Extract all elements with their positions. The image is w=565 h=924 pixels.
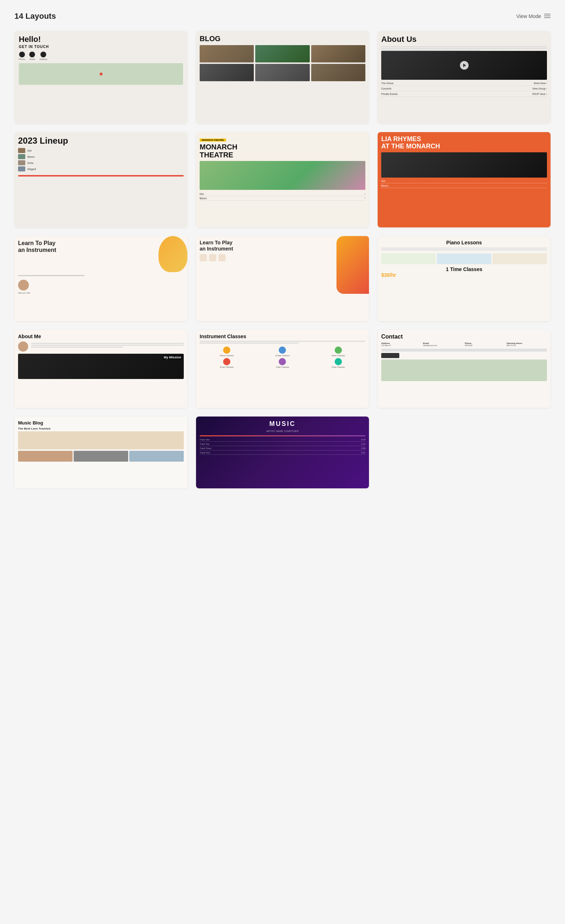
preview-landing-rows: Divi Bloom: [381, 180, 547, 188]
teacher-photo: [18, 280, 29, 291]
card-music-venue-blog[interactable]: BLOG Music Venue Blog Page Layout: [196, 31, 369, 123]
preview-text-lines: [381, 46, 547, 51]
preview-classes-title: Instrument Classes: [200, 333, 365, 339]
preview-home-badge: MONARCH THEATRE: [200, 139, 226, 141]
preview-blog-grid: [200, 45, 365, 81]
event-thumb-2: [18, 154, 25, 159]
class-icon-5: [279, 358, 286, 365]
blog-image-5: [255, 64, 310, 81]
class-icon-4: [223, 358, 230, 365]
card-music-teacher-classes[interactable]: Instrument Classes Piano Classes Guitar …: [196, 330, 369, 408]
card-preview: About Me My Mission: [14, 330, 187, 408]
address-icon: [41, 52, 46, 57]
class-icon-6: [335, 358, 342, 365]
card-music-venue-home[interactable]: MONARCH THEATRE MONARCHTHEATRE Divi› Blo…: [196, 132, 369, 227]
card-music-teacher-about[interactable]: About Me My Mission Music Teacher About …: [14, 330, 187, 408]
card-preview: LIA RHYMESAT THE MONARCH Divi Bloom: [378, 132, 551, 227]
class-icon-1: [223, 346, 230, 354]
card-music-teacher-contact[interactable]: Contact Address 123 Main St Email hello@…: [378, 330, 551, 408]
view-mode-button[interactable]: View Mode: [516, 14, 551, 19]
preview-teacher-landing-text: Learn To Playan Instrument: [200, 240, 365, 252]
blog-image-6: [311, 64, 365, 81]
phone-icon: [19, 52, 25, 57]
blog-thumb-2: [74, 451, 128, 462]
blog-image-4: [200, 64, 254, 81]
icon-1: [200, 254, 207, 261]
blog-thumb-3: [129, 451, 184, 462]
preview-price-value: $30/hr: [381, 272, 547, 278]
class-item-3: Violin Classes: [311, 346, 365, 357]
preview-about-rows: The VenueBook Now › ConcertsView Group ›…: [381, 82, 547, 97]
preview-home-image: [200, 161, 365, 190]
event-thumb-4: [18, 166, 25, 171]
preview-text-lines: [18, 275, 184, 276]
class-label-3: Violin Classes: [331, 354, 345, 357]
layouts-grid: Hello! GET IN TOUCH Phone Email Address: [14, 31, 551, 488]
preview-price-label: 1 Time Classes: [381, 266, 547, 272]
card-music-teacher-home[interactable]: Learn To Playan Instrument About Me Musi…: [14, 236, 187, 321]
view-mode-label: View Mode: [516, 14, 541, 19]
card-music-teacher-class[interactable]: Piano Lessons 1 Time Classes $30/hr Musi…: [378, 236, 551, 321]
contact-form-line: [381, 349, 547, 351]
class-item-4: Drum Classes: [200, 358, 254, 368]
card-preview: Learn To Playan Instrument: [196, 236, 369, 321]
preview-blog-title: BLOG: [200, 34, 365, 43]
card-dj-music[interactable]: MUSIC ARTIST NAME COMPOSER Track One3:24…: [196, 417, 369, 488]
preview-landing-image: [381, 152, 547, 178]
preview-phone-box: Phone: [19, 52, 25, 60]
preview-map: [19, 63, 183, 85]
card-preview: Instrument Classes Piano Classes Guitar …: [196, 330, 369, 408]
about-image-container: My Mission: [18, 354, 184, 379]
class-label-1: Piano Classes: [220, 354, 234, 357]
contact-col-4: Opening Hours Mon-Fri 9-5: [506, 342, 547, 346]
class-box-1: [381, 254, 436, 264]
email-icon: [29, 52, 35, 57]
preview-icons: [200, 254, 365, 261]
card-music-venue-contact[interactable]: Hello! GET IN TOUCH Phone Email Address: [14, 31, 187, 123]
class-label-4: Drum Classes: [220, 366, 234, 368]
blog-grid: [18, 451, 184, 462]
preview-events-rows: Divi Bloom Extra Elegant: [18, 148, 184, 171]
play-icon: [460, 61, 469, 70]
preview-landing-title: LIA RHYMESAT THE MONARCH: [381, 136, 547, 150]
event-thumb-3: [18, 160, 25, 165]
page-header: 14 Layouts View Mode: [14, 12, 551, 21]
card-preview: Music Blog The Best Lens Traveled: [14, 417, 187, 488]
event-thumb-1: [18, 148, 25, 153]
card-music-venue-about[interactable]: About Us The VenueBook Now › ConcertsVie…: [378, 31, 551, 123]
preview-events-bar: [18, 175, 184, 177]
card-music-venue-events[interactable]: 2023 Lineup Divi Bloom Extra Elegant: [14, 132, 187, 227]
preview-dj-rows: Track One3:24 Track Two4:12 Track Three2…: [200, 438, 365, 455]
icon-2: [209, 254, 216, 261]
preview-classes-grid: Piano Classes Guitar Classes Violin Clas…: [200, 346, 365, 368]
about-me-label: About Me: [18, 291, 184, 294]
card-music-teacher-blog[interactable]: Music Blog The Best Lens Traveled Music …: [14, 417, 187, 488]
mission-label: My Mission: [162, 355, 182, 360]
blog-featured-title: The Best Lens Traveled: [18, 427, 184, 430]
card-music-venue-landing[interactable]: LIA RHYMESAT THE MONARCH Divi Bloom Musi…: [378, 132, 551, 227]
blog-image-3: [311, 45, 365, 63]
preview-address-box: Address: [39, 52, 47, 60]
preview-headline: Hello!: [19, 35, 183, 44]
preview-subheadline: GET IN TOUCH: [19, 45, 183, 49]
preview-text-lines: [200, 341, 365, 344]
preview-text-lines: [381, 248, 547, 250]
teacher-about-photo: [18, 342, 28, 351]
blog-featured-image: [18, 431, 184, 449]
class-icon-3: [335, 346, 342, 354]
card-preview: Learn To Playan Instrument About Me: [14, 236, 187, 321]
contact-col-3: Phone 555-0100: [465, 342, 505, 346]
class-label-5: Cello Classes: [276, 366, 289, 368]
card-preview: 2023 Lineup Divi Bloom Extra Elegant: [14, 132, 187, 227]
class-item-1: Piano Classes: [200, 346, 254, 357]
preview-class-boxes: [381, 254, 547, 264]
blog-thumb-1: [18, 451, 72, 462]
contact-col-2: Email hello@music.com: [423, 342, 464, 346]
class-item-2: Guitar Classes: [255, 346, 310, 357]
card-music-teacher-landing[interactable]: Learn To Playan Instrument Music Teacher…: [196, 236, 369, 321]
preview-teacher-blog-title: Music Blog: [18, 420, 184, 426]
card-preview: MUSIC ARTIST NAME COMPOSER Track One3:24…: [196, 417, 369, 488]
card-preview: BLOG: [196, 31, 369, 123]
view-mode-icon: [544, 14, 551, 19]
preview-email-box: Email: [29, 52, 35, 60]
